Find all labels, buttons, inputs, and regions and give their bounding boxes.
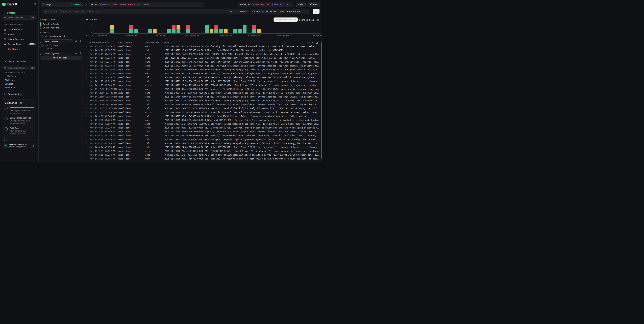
pin-icon[interactable] xyxy=(79,52,82,55)
code-view-icon[interactable]: </> xyxy=(307,42,310,44)
expand-row-icon[interactable]: › xyxy=(86,107,87,110)
table-row[interactable]: ›Nov 14 9:00:00.234 AMmysql-demowarn2025… xyxy=(83,118,320,122)
sidebar-item-client-sessions[interactable]: Client Sessions xyxy=(0,37,38,42)
table-row[interactable]: ›Nov 14 5:45:15.678 PMmysql-demowarn2025… xyxy=(83,45,320,48)
histogram-bar[interactable] xyxy=(224,29,228,33)
order-by-editor[interactable]: ORDER BY (TimestampTime, Timestamp) DESC xyxy=(238,2,294,7)
expand-row-icon[interactable]: › xyxy=(86,91,87,95)
analysis-mode-event-patterns[interactable]: Event Patterns xyxy=(40,26,81,29)
chevron-up-icon[interactable] xyxy=(35,48,36,50)
histogram-bar[interactable] xyxy=(210,29,214,33)
chart-icon[interactable] xyxy=(75,52,77,55)
table-row[interactable]: ›Nov 14 2:00:15.123 PMmysql-demowarn2025… xyxy=(83,72,320,76)
saved-searches-input[interactable] xyxy=(8,16,29,18)
expand-row-icon[interactable]: › xyxy=(86,130,87,134)
preset-kubernetes[interactable]: Kubernetes xyxy=(0,86,38,89)
histogram-bar[interactable] xyxy=(252,25,256,33)
col-header-timestamp[interactable]: Timestamp (Local) xyxy=(90,41,110,44)
save-button[interactable]: Save xyxy=(296,2,306,7)
expand-row-icon[interactable]: › xyxy=(86,68,87,72)
expand-row-icon[interactable]: › xyxy=(86,103,87,107)
expand-row-icon[interactable]: › xyxy=(86,99,87,103)
events-histogram[interactable] xyxy=(93,25,320,33)
sidebar-item-search[interactable]: Search xyxy=(3,10,36,15)
histogram-bar[interactable] xyxy=(219,29,223,33)
wrap-lines-icon[interactable] xyxy=(312,41,314,44)
table-row[interactable]: ›Nov 14 5:16:00.567 PMmysql-demoinfo2025… xyxy=(83,48,320,52)
create-dashboard-button[interactable]: + Create Dashboard xyxy=(5,59,26,63)
expand-row-icon[interactable]: › xyxy=(86,56,87,60)
lang-toggle-lucene[interactable]: Lucene xyxy=(238,10,246,13)
expand-row-icon[interactable]: › xyxy=(86,87,87,91)
expand-row-icon[interactable]: › xyxy=(86,149,87,153)
histogram-bar[interactable] xyxy=(205,25,209,33)
drag-handle-icon[interactable]: ⠿ xyxy=(116,42,118,44)
run-query-button[interactable]: ▷ xyxy=(312,9,320,14)
presets-header[interactable]: PRESETS xyxy=(4,75,16,77)
expand-row-icon[interactable]: › xyxy=(86,114,87,118)
table-row[interactable]: ›Nov 14 4:15:45.234 PMmysql-demoinfoime:… xyxy=(83,56,320,60)
table-row[interactable]: ›Nov 14 10:15:30.456 AMmysql-demoerror20… xyxy=(83,111,320,114)
table-row[interactable]: ›Nov 14 4:45:00.345 AMmysql-demoinfo# Ti… xyxy=(83,142,320,146)
saved-dashboards-input[interactable] xyxy=(8,67,29,69)
table-row[interactable]: ›Nov 14 10:15:30.678 AMmysql-demoinfo# T… xyxy=(83,107,320,110)
table-row[interactable]: ›Nov 14 12:00:00.567 PMmysql-demoinfo202… xyxy=(83,103,320,107)
scrollbar-thumb[interactable] xyxy=(321,42,322,159)
saved-dashboards-search[interactable]: ⌘K xyxy=(2,66,36,70)
search-input[interactable] xyxy=(45,10,228,13)
filter-group-servicename[interactable]: ServiceName xyxy=(43,39,73,43)
user-menu[interactable]: D dominic.tran@clic... dominic.tran@clic… xyxy=(3,143,36,149)
expand-row-icon[interactable]: › xyxy=(86,48,87,52)
expand-row-icon[interactable]: › xyxy=(86,95,87,99)
table-row[interactable]: ›Nov 14 1:15:30.890 PMmysql-demoinfo2025… xyxy=(83,79,320,83)
expand-row-icon[interactable]: › xyxy=(86,157,87,161)
expand-row-icon[interactable]: › xyxy=(86,64,87,68)
mysql-demo-checkbox[interactable] xyxy=(41,44,44,47)
table-row[interactable]: ›Nov 14 3:30:00.234 PMmysql-demoinfo2025… xyxy=(83,64,320,68)
chevron-right-icon[interactable] xyxy=(40,53,41,55)
expand-row-icon[interactable]: › xyxy=(86,72,87,76)
select-clause-editor[interactable]: SELECT Timestamp,ServiceName,SeverityTex… xyxy=(89,2,204,7)
get-started-item[interactable]: ✓Connect to ClickHouseSet up your databa… xyxy=(4,106,34,115)
table-row[interactable]: ›Nov 14 4:24:00.678 AMmysql-demoinfo2025… xyxy=(83,146,320,149)
sidebar-item-chart-explorer[interactable]: Chart Explorer xyxy=(0,27,38,32)
histogram-bar[interactable] xyxy=(167,29,171,33)
expand-row-icon[interactable]: › xyxy=(86,79,87,83)
expand-row-icon[interactable]: › xyxy=(86,126,87,130)
table-row[interactable]: ›Nov 14 1:15:00.789 PMmysql-demoerror202… xyxy=(83,83,320,87)
chevron-up-icon[interactable] xyxy=(33,102,34,104)
histogram-bar[interactable] xyxy=(243,25,246,33)
chevron-up-icon[interactable] xyxy=(36,11,36,14)
sidebar-item-team-settings[interactable]: Team Settings xyxy=(0,92,38,97)
table-row[interactable]: ›Nov 14 4:00:45.345 PMmysql-demoinfo2025… xyxy=(83,60,320,64)
col-header-body[interactable]: ⠿Body xyxy=(162,41,169,44)
denoise-checkbox[interactable] xyxy=(41,35,44,37)
sidebar-item-dashboards[interactable]: Dashboards xyxy=(0,47,38,51)
source-settings-gear-icon[interactable] xyxy=(84,3,87,6)
histogram-bar[interactable] xyxy=(129,25,133,33)
histogram-bar[interactable] xyxy=(153,29,156,33)
histogram-bar[interactable] xyxy=(186,25,190,33)
table-row[interactable]: ›Nov 14 8:30:45.567 AMmysql-demoinfo# Ti… xyxy=(83,122,320,126)
expand-row-icon[interactable]: › xyxy=(86,146,87,149)
histogram-bar[interactable] xyxy=(234,29,237,33)
expand-row-icon[interactable]: › xyxy=(86,60,87,64)
table-row[interactable]: ›Nov 14 8:00:00.890 AMmysql-demoinfo2025… xyxy=(83,130,320,134)
get-started-header[interactable]: Get Started 3/3 xyxy=(4,102,34,104)
saved-searches-search[interactable]: ⌘K xyxy=(2,15,36,20)
expand-row-icon[interactable]: › xyxy=(86,45,87,48)
histogram-bar[interactable] xyxy=(238,29,242,33)
table-row[interactable]: ›Nov 14 12:00:00.789 PMmysql-demoinfo# T… xyxy=(83,99,320,103)
analysis-mode-results-table[interactable]: Results Table xyxy=(40,22,81,26)
expand-row-icon[interactable]: › xyxy=(86,76,87,79)
table-row[interactable]: ›Nov 14 5:15:30.456 PMmysql-demoerror202… xyxy=(83,52,320,56)
filter-group-severitytext[interactable]: SeverityText xyxy=(43,52,73,55)
chart-icon[interactable] xyxy=(75,40,77,42)
col-header-severitytext[interactable]: ⠿SeverityText xyxy=(143,41,159,44)
table-row[interactable]: ›Nov 14 12:00:00.567 PMmysql-demoinfo202… xyxy=(83,95,320,99)
expand-row-icon[interactable]: › xyxy=(86,134,87,138)
load-more-button[interactable]: Load more xyxy=(42,47,55,50)
expand-row-icon[interactable]: › xyxy=(86,118,87,122)
col-header-servicename[interactable]: ⠿ServiceName xyxy=(116,41,132,44)
get-started-item[interactable]: ✓Add DataStart sending logs, metrics, or… xyxy=(4,127,34,135)
